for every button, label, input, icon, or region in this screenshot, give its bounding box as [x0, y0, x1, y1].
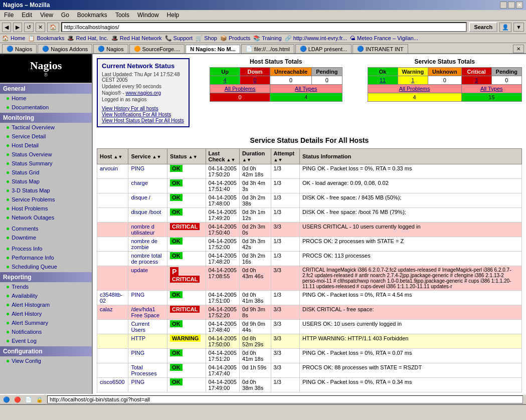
- search-button[interactable]: Search: [469, 22, 497, 32]
- more-button[interactable]: ▼: [513, 23, 524, 32]
- maximize-button[interactable]: □: [508, 2, 515, 9]
- profile-button[interactable]: 👤: [499, 23, 511, 32]
- sidebar-link-availability[interactable]: Availability: [12, 293, 38, 299]
- sidebar-link-status-summary[interactable]: Status Summary: [12, 160, 52, 166]
- sort-status-icon[interactable]: ▲▼: [189, 154, 198, 159]
- sidebar-item-process-info[interactable]: ● Process Info: [0, 244, 92, 253]
- host-link[interactable]: c3548ltb-02: [100, 292, 122, 304]
- menu-file[interactable]: File: [2, 11, 16, 19]
- host-pending-count[interactable]: 0: [312, 76, 342, 85]
- sidebar-link-scheduling-queue[interactable]: Scheduling Queue: [12, 264, 57, 270]
- svc-warning-count[interactable]: 1: [398, 76, 428, 85]
- sidebar-item-network-outages[interactable]: ● Network Outages: [0, 213, 92, 222]
- sidebar-item-host-detail[interactable]: ● Host Detail: [0, 141, 92, 150]
- sidebar-item-alert-histogram[interactable]: ● Alert Histogram: [0, 300, 92, 309]
- sidebar-item-status-map[interactable]: ● Status Map: [0, 177, 92, 186]
- tab-nagios1[interactable]: 🔵Nagios: [2, 44, 37, 53]
- service-link[interactable]: disque /: [131, 194, 150, 200]
- service-link[interactable]: nombre total de process: [131, 253, 161, 265]
- url-bar[interactable]: [61, 22, 467, 32]
- service-link[interactable]: Total Processes: [131, 364, 156, 376]
- sidebar-link-trends[interactable]: Trends: [12, 284, 29, 290]
- sort-service-icon[interactable]: ▲▼: [152, 154, 161, 159]
- sidebar-link-status-map[interactable]: Status Map: [12, 178, 40, 184]
- host-up-count[interactable]: 4: [210, 76, 240, 85]
- sidebar-item-view-config[interactable]: ● View Config: [0, 356, 92, 365]
- menu-edit[interactable]: Edit: [20, 11, 34, 19]
- view-history-link[interactable]: View History For all hosts: [102, 106, 158, 111]
- sidebar-item-alert-history[interactable]: ● Alert History: [0, 309, 92, 318]
- host-link[interactable]: cisco6500: [100, 379, 125, 385]
- tab-close-button[interactable]: ✕: [513, 45, 524, 53]
- host-link[interactable]: calaz: [100, 306, 113, 312]
- svc-pending-count[interactable]: 0: [491, 76, 521, 85]
- sidebar-link-home[interactable]: Home: [12, 95, 26, 101]
- sort-host-icon[interactable]: ▲▼: [114, 154, 123, 159]
- back-button[interactable]: ◀: [2, 23, 11, 32]
- sidebar-item-service-detail[interactable]: ● Service Detail: [0, 132, 92, 141]
- sidebar-item-service-problems[interactable]: ● Service Problems: [0, 195, 92, 204]
- sidebar-item-availability[interactable]: ● Availability: [0, 291, 92, 300]
- home-button[interactable]: 🏠: [47, 23, 59, 32]
- svc-unknown-count[interactable]: 0: [428, 76, 462, 85]
- sidebar-link-downtime[interactable]: Downtime: [12, 235, 36, 241]
- bm-products[interactable]: 📦 Products: [220, 35, 250, 42]
- svc-all-problems-link[interactable]: All Problems: [368, 85, 461, 93]
- tab-ldap[interactable]: 🔵LDAP présent...: [295, 44, 352, 53]
- service-link[interactable]: PING: [131, 379, 144, 385]
- sidebar-link-comments[interactable]: Comments: [12, 226, 38, 232]
- host-all-types-link[interactable]: All Types: [270, 85, 342, 93]
- host-down-count[interactable]: 0: [240, 76, 270, 85]
- sidebar-link-tactical[interactable]: Tactical Overview: [12, 124, 55, 130]
- sidebar-item-alert-summary[interactable]: ● Alert Summary: [0, 318, 92, 327]
- sidebar-link-service-problems[interactable]: Service Problems: [12, 196, 55, 202]
- sidebar-item-home[interactable]: ● Home: [0, 94, 92, 103]
- sidebar-link-status-grid[interactable]: Status Grid: [12, 169, 39, 175]
- sidebar-link-service-detail[interactable]: Service Detail: [12, 133, 46, 139]
- sidebar-link-alert-summary[interactable]: Alert Summary: [12, 320, 48, 326]
- sort-duration-icon[interactable]: ▲▼: [242, 157, 251, 162]
- bm-int-evry[interactable]: 🔗 http://www.int-evry.fr...: [285, 35, 347, 42]
- host-unreachable-count[interactable]: 0: [270, 76, 312, 85]
- bm-redhat[interactable]: 🎩 Red Hat, Inc.: [67, 35, 108, 42]
- bm-support[interactable]: 📞 Support: [165, 35, 193, 42]
- menu-window[interactable]: Window: [135, 11, 161, 19]
- sidebar-item-notifications[interactable]: ● Notifications: [0, 327, 92, 336]
- service-link[interactable]: PING: [131, 350, 144, 356]
- bm-home[interactable]: 🏠 Home: [2, 35, 25, 42]
- sidebar-link-alert-histogram[interactable]: Alert Histogram: [12, 302, 50, 308]
- sidebar-item-performance-info[interactable]: ● Performance Info: [0, 253, 92, 262]
- sidebar-item-3d-map[interactable]: ● 3-D Status Map: [0, 186, 92, 195]
- sidebar-link-process-info[interactable]: Process Info: [12, 246, 42, 252]
- menu-bookmarks[interactable]: Bookmarks: [75, 11, 109, 19]
- stop-button[interactable]: ✕: [36, 23, 45, 32]
- svc-all-types-link[interactable]: All Types: [461, 85, 521, 93]
- sidebar-item-comments[interactable]: ● Comments: [0, 224, 92, 233]
- tab-intranet[interactable]: 🔵INTRANET INT: [353, 44, 408, 53]
- tab-nagios-addons[interactable]: 🔵Nagios Addons: [38, 44, 92, 53]
- sidebar-link-host-problems[interactable]: Host Problems: [12, 205, 48, 212]
- tab-sourceforge[interactable]: 🟠SourceForge....: [129, 44, 185, 53]
- sidebar-item-trends[interactable]: ● Trends: [0, 282, 92, 291]
- nagios-link[interactable]: www.nagios.org: [125, 90, 161, 96]
- sort-lastcheck-icon[interactable]: ▲▼: [227, 157, 236, 162]
- service-link[interactable]: PING: [131, 292, 144, 298]
- service-link[interactable]: /dev/hda1 Free Space: [131, 306, 159, 318]
- sidebar-link-performance-info[interactable]: Performance Info: [12, 255, 54, 261]
- bm-training[interactable]: 📚 Training: [253, 35, 281, 42]
- tab-file-os[interactable]: 📄file://.../os.html: [241, 44, 294, 53]
- service-link[interactable]: PING: [131, 165, 144, 171]
- sidebar-item-status-grid[interactable]: ● Status Grid: [0, 168, 92, 177]
- sidebar-link-host-detail[interactable]: Host Detail: [12, 142, 39, 148]
- sort-attempt-icon[interactable]: ▲▼: [274, 157, 283, 162]
- sidebar-link-view-config[interactable]: View Config: [12, 358, 41, 364]
- bm-redhat-network[interactable]: 🎩 Red Hat Network: [111, 35, 162, 42]
- menu-view[interactable]: View: [38, 11, 55, 19]
- tab-nagios-active[interactable]: NNagios: No M...: [186, 45, 240, 53]
- service-link[interactable]: nombre de zombie: [131, 238, 157, 250]
- svc-ok-count[interactable]: 11: [368, 76, 398, 85]
- sidebar-item-status-summary[interactable]: ● Status Summary: [0, 159, 92, 168]
- sidebar-item-status-overview[interactable]: ● Status Overview: [0, 150, 92, 159]
- menu-tools[interactable]: Tools: [113, 11, 131, 19]
- service-link[interactable]: Current Users: [131, 321, 149, 333]
